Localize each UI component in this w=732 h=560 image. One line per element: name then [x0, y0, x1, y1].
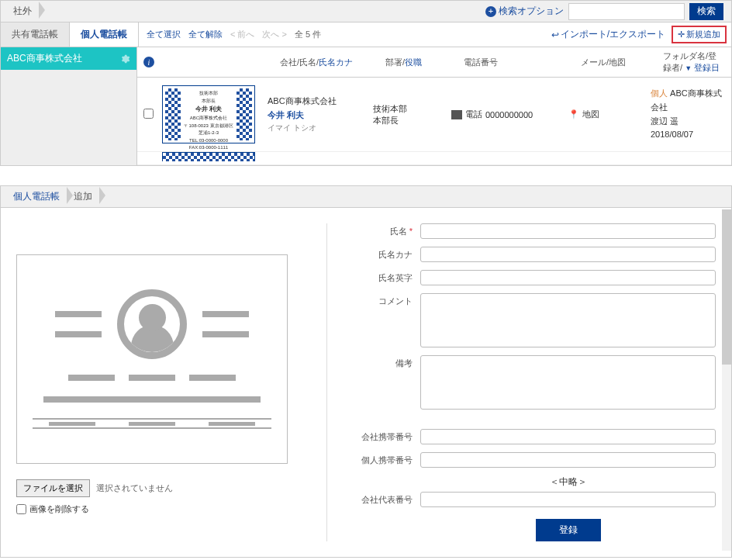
- contact-form: 氏名 * 氏名カナ 氏名英字 コメント 備考 会社携帯番号: [326, 223, 716, 541]
- name-field[interactable]: [420, 223, 716, 239]
- plus-circle-icon: +: [485, 6, 496, 17]
- breadcrumb-add: 追加: [69, 190, 102, 203]
- file-status-text: 選択されていません: [96, 482, 173, 494]
- tab-shared[interactable]: 共有電話帳: [1, 22, 70, 47]
- comment-field[interactable]: [420, 293, 716, 347]
- prev-link: < 前へ: [230, 29, 254, 40]
- scrollbar[interactable]: [722, 209, 731, 551]
- choose-file-button[interactable]: ファイルを選択: [16, 479, 90, 497]
- image-upload-area: ファイルを選択 選択されていません 画像を削除する: [16, 223, 303, 541]
- sort-regdate[interactable]: 登録日: [694, 63, 720, 72]
- personal-mobile-field[interactable]: [420, 452, 716, 468]
- sort-kana[interactable]: 氏名カナ: [319, 57, 353, 67]
- card-placeholder: [16, 254, 288, 464]
- table-header: i 会社/氏名/氏名カナ 部署/役職 電話番号 メール/地図 フォルダ名/登録者…: [137, 47, 731, 78]
- submit-button[interactable]: 登録: [536, 519, 601, 541]
- company-main-field[interactable]: [420, 492, 716, 507]
- fax-icon: [451, 110, 462, 119]
- sidebar-item-company[interactable]: ABC商事株式会社: [1, 47, 136, 70]
- eiji-field[interactable]: [420, 270, 716, 285]
- breadcrumb-bar: 個人電話帳 追加: [1, 186, 731, 208]
- contact-name-link[interactable]: 今井 利夫: [268, 109, 368, 123]
- sidebar: ABC商事株式会社: [1, 47, 136, 165]
- next-link: 次へ >: [262, 29, 286, 40]
- toolbar-row: 共有電話帳 個人電話帳 全て選択 全て解除 < 前へ 次へ > 全 5 件 ↩ …: [1, 22, 731, 47]
- breadcrumb-bar: 社外 + 検索オプション 検索: [1, 1, 731, 22]
- map-pin-icon: 📍: [568, 109, 579, 119]
- breadcrumb-personal[interactable]: 個人電話帳: [9, 190, 69, 203]
- info-icon[interactable]: i: [143, 57, 154, 67]
- omitted-text: ＜中略＞: [343, 475, 716, 489]
- kana-field[interactable]: [420, 247, 716, 262]
- add-contact-panel: 個人電話帳 追加: [0, 185, 732, 558]
- select-all-link[interactable]: 全て選択: [147, 29, 181, 40]
- search-options-link[interactable]: + 検索オプション: [485, 5, 564, 18]
- addressbook-list-panel: 社外 + 検索オプション 検索 共有電話帳 個人電話帳 全て選択 全て解除 < …: [0, 0, 732, 166]
- table-row: 技術本部 本部長 今井 利夫 ABC商事株式会社 〒108-0023 東京都港区…: [137, 78, 731, 152]
- row-checkbox[interactable]: [143, 109, 154, 119]
- delete-image-checkbox[interactable]: [16, 504, 26, 514]
- breadcrumb-location: 社外: [9, 5, 41, 18]
- company-mobile-field[interactable]: [420, 429, 716, 444]
- table-row: [137, 152, 731, 165]
- business-card-thumb[interactable]: [162, 152, 255, 161]
- main-table: i 会社/氏名/氏名カナ 部署/役職 電話番号 メール/地図 フォルダ名/登録者…: [136, 47, 731, 165]
- note-field[interactable]: [420, 355, 716, 410]
- deselect-all-link[interactable]: 全て解除: [188, 29, 223, 40]
- business-card-thumb[interactable]: 技術本部 本部長 今井 利夫 ABC商事株式会社 〒108-0023 東京都港区…: [162, 85, 255, 143]
- map-link[interactable]: 地図: [582, 109, 599, 120]
- add-new-button[interactable]: ✛ 新規追加: [672, 26, 727, 43]
- tab-personal[interactable]: 個人電話帳: [70, 22, 139, 47]
- sort-role[interactable]: 役職: [405, 57, 422, 67]
- search-button[interactable]: 検索: [689, 3, 723, 20]
- record-count: 全 5 件: [295, 29, 321, 40]
- gear-icon[interactable]: [119, 54, 130, 64]
- search-input[interactable]: [568, 3, 685, 20]
- import-export-link[interactable]: ↩ インポート/エクスポート: [551, 28, 665, 41]
- avatar-placeholder-icon: [117, 289, 187, 359]
